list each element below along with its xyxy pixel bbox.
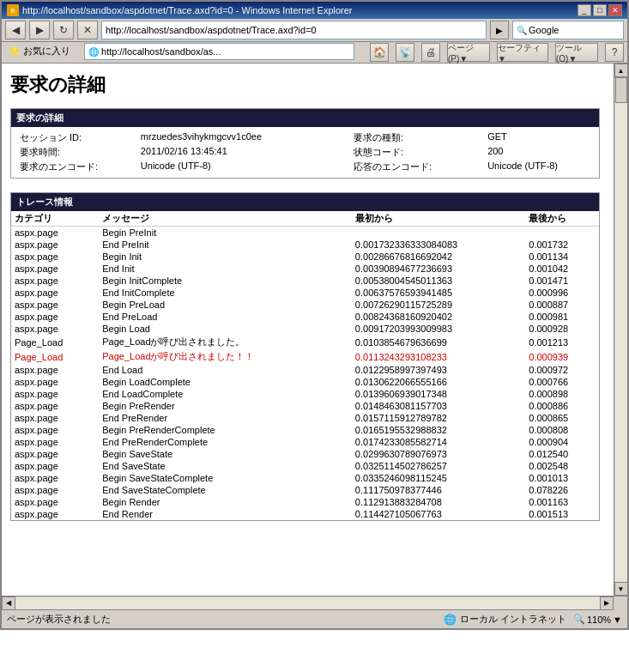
favorites-address-bar[interactable]: 🌐 http://localhost/sandbox/as... <box>84 43 354 60</box>
trace-row: aspx.pageBegin Init0.002866768166920420.… <box>11 251 599 263</box>
menubar: ⭐ お気に入り 🌐 http://localhost/sandbox/as...… <box>2 42 627 64</box>
trace-category: aspx.page <box>11 388 99 400</box>
trace-row: aspx.pageEnd InitComplete0.0063757659394… <box>11 287 599 299</box>
trace-row: aspx.pageEnd SaveStateComplete0.11175097… <box>11 484 599 496</box>
scroll-up-button[interactable]: ▲ <box>614 64 628 77</box>
forward-button[interactable]: ▶ <box>29 21 50 39</box>
trace-row: aspx.pageBegin PreInit <box>11 227 599 239</box>
trace-row: aspx.pageBegin SaveState0.02996307890769… <box>11 448 599 460</box>
col-category: カテゴリ <box>11 211 99 227</box>
col-from-first: 最初から <box>352 211 525 227</box>
trace-category: aspx.page <box>11 275 99 287</box>
trace-from-first: 0.0103854679636699 <box>352 335 525 349</box>
tools-menu[interactable]: ツール(O)▼ <box>555 43 598 62</box>
print-button[interactable]: 🖨 <box>421 43 440 62</box>
trace-section-body: カテゴリ メッセージ 最初から 最後から aspx.pageBegin PreI… <box>11 211 599 520</box>
security-menu[interactable]: セーフティ▼ <box>497 43 548 62</box>
minimize-button[interactable]: _ <box>578 4 591 16</box>
favorites-menu[interactable]: ⭐ お気に入り <box>5 43 74 62</box>
zoom-indicator[interactable]: 🔍 110% ▼ <box>573 614 622 625</box>
vertical-scrollbar[interactable]: ▲ ▼ <box>614 64 627 596</box>
trace-row: aspx.pageEnd SaveState0.0325114502786257… <box>11 460 599 472</box>
go-button[interactable]: ▶ <box>490 21 509 39</box>
zone-icon: 🌐 <box>444 614 457 626</box>
trace-category: aspx.page <box>11 364 99 376</box>
trace-message: End SaveState <box>99 460 352 472</box>
trace-from-first: 0.112913883284708 <box>352 496 525 508</box>
trace-message: End SaveStateComplete <box>99 484 352 496</box>
trace-from-last: 0.001213 <box>525 335 599 349</box>
session-id-value: mrzuedes3vihykmgcvv1c0ee <box>137 130 319 145</box>
trace-from-last: 0.000928 <box>525 323 599 335</box>
trace-message: Page_Loadが呼び出されました。 <box>99 335 352 349</box>
title-bar: e http://localhost/sandbox/aspdotnet/Tra… <box>2 2 627 19</box>
trace-from-last: 0.001513 <box>525 508 599 520</box>
help-button[interactable]: ? <box>605 43 624 62</box>
stop-button[interactable]: ✕ <box>77 21 98 39</box>
trace-from-first: 0.00637576593941485 <box>352 287 525 299</box>
trace-message: Begin SaveState <box>99 448 352 460</box>
horizontal-scrollbar[interactable]: ◀ ▶ <box>2 596 627 609</box>
status-zone: 🌐 ローカル イントラネット <box>444 613 566 626</box>
status-left: ページが表示されました <box>7 613 111 626</box>
favorites-url: http://localhost/sandbox/as... <box>101 46 221 57</box>
trace-header-row: カテゴリ メッセージ 最初から 最後から <box>11 211 599 227</box>
trace-row: aspx.pageBegin LoadComplete0.01306220665… <box>11 376 599 388</box>
content-area: 要求の詳細 要求の詳細 セッション ID: mrzuedes3vihykmgcv… <box>2 64 627 596</box>
page-content: 要求の詳細 要求の詳細 セッション ID: mrzuedes3vihykmgcv… <box>2 64 614 596</box>
trace-row: aspx.pageBegin InitComplete0.00538004545… <box>11 275 599 287</box>
scroll-left-button[interactable]: ◀ <box>2 596 15 610</box>
page-menu[interactable]: ページ(P)▼ <box>447 43 490 62</box>
trace-row: aspx.pageBegin Load0.009172039930099830.… <box>11 323 599 335</box>
trace-message: End PreRender <box>99 412 352 424</box>
zone-text: ローカル イントラネット <box>460 613 566 626</box>
col-from-last: 最後から <box>525 211 599 227</box>
home-button[interactable]: 🏠 <box>370 43 389 62</box>
scroll-down-button[interactable]: ▼ <box>614 582 628 596</box>
trace-message: End Init <box>99 263 352 275</box>
trace-row: aspx.pageEnd Load0.01229589973974930.000… <box>11 364 599 376</box>
trace-from-first: 0.0299630789076973 <box>352 448 525 460</box>
request-type-value: GET <box>484 130 594 145</box>
trace-from-last: 0.000766 <box>525 376 599 388</box>
session-id-label: セッション ID: <box>16 130 137 145</box>
trace-from-last <box>525 227 599 239</box>
trace-table: カテゴリ メッセージ 最初から 最後から aspx.pageBegin PreI… <box>11 211 599 520</box>
trace-message: Begin Load <box>99 323 352 335</box>
search-input[interactable] <box>529 25 606 35</box>
status-right: 🌐 ローカル イントラネット 🔍 110% ▼ <box>444 613 622 626</box>
hscroll-track[interactable] <box>15 597 600 609</box>
status-code-value: 200 <box>484 145 594 160</box>
trace-from-first: 0.00286676816692042 <box>352 251 525 263</box>
scroll-right-button[interactable]: ▶ <box>600 596 614 610</box>
session-id-row: セッション ID: mrzuedes3vihykmgcvv1c0ee 要求の種類… <box>16 130 594 145</box>
trace-category: aspx.page <box>11 472 99 484</box>
trace-from-last: 0.002548 <box>525 460 599 472</box>
trace-from-last: 0.001471 <box>525 275 599 287</box>
request-encoding-value: Unicode (UTF-8) <box>137 160 319 174</box>
trace-message: Begin PreInit <box>99 227 352 239</box>
scroll-track[interactable] <box>615 77 627 582</box>
scroll-thumb[interactable] <box>615 77 627 103</box>
page-title: 要求の詳細 <box>10 72 600 98</box>
search-bar[interactable]: 🔍 <box>512 21 624 39</box>
zoom-icon: 🔍 <box>573 614 585 625</box>
trace-from-first: 0.0165195532988832 <box>352 424 525 436</box>
address-bar[interactable]: http://localhost/sandbox/aspdotnet/Trace… <box>101 21 487 39</box>
back-button[interactable]: ◀ <box>5 21 26 39</box>
trace-message: End PreLoad <box>99 311 352 323</box>
request-time-value: 2011/02/16 13:45:41 <box>137 145 319 160</box>
trace-message: End PreRenderComplete <box>99 436 352 448</box>
trace-from-last: 0.001134 <box>525 251 599 263</box>
trace-from-last: 0.000865 <box>525 412 599 424</box>
trace-row: Page_LoadPage_Loadが呼び出されました！！0.011324329… <box>11 349 599 364</box>
maximize-button[interactable]: □ <box>593 4 607 16</box>
trace-category: aspx.page <box>11 251 99 263</box>
trace-from-first: 0.00538004545011363 <box>352 275 525 287</box>
trace-from-first: 0.0157115912789782 <box>352 412 525 424</box>
trace-row: aspx.pageBegin PreRender0.01484630811577… <box>11 400 599 412</box>
close-button[interactable]: ✕ <box>608 4 622 16</box>
request-section-header: 要求の詳細 <box>11 109 599 127</box>
rss-button[interactable]: 📡 <box>396 43 414 62</box>
refresh-button[interactable]: ↻ <box>53 21 74 39</box>
